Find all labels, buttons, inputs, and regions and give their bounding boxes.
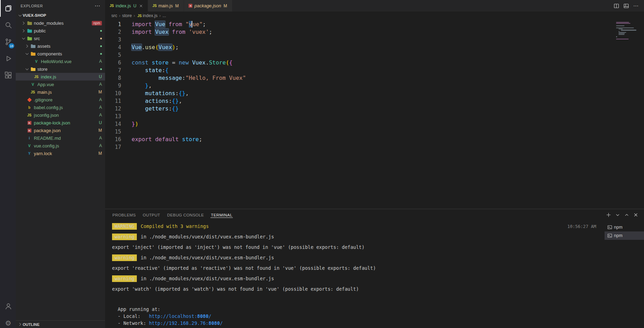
vue-file-icon: V [33, 59, 39, 64]
tab-main.js[interactable]: JSmain.jsM [148, 0, 184, 12]
editor-tabs: JSindex.jsUJSmain.jsMnpackage.jsonM [105, 0, 232, 12]
minimap[interactable] [616, 22, 639, 41]
code-line-3[interactable]: 3 [105, 36, 644, 44]
code-line-7[interactable]: 7 state:{ [105, 67, 644, 74]
code-line-12[interactable]: 12 getters:{} [105, 105, 644, 113]
tree-file-main.js[interactable]: JSmain.jsM [16, 88, 105, 96]
code-line-2[interactable]: 2import Vuex from 'vuex'; [105, 28, 644, 36]
warning-badge: WARNING [112, 223, 137, 230]
scm-changes-badge: 18 [9, 43, 14, 48]
panel-tab-output[interactable]: OUTPUT [142, 211, 161, 219]
tree-file-HelloWorld.vue[interactable]: VHelloWorld.vueA [16, 58, 105, 65]
account-icon[interactable] [0, 298, 16, 315]
tree-folder-node_modules[interactable]: node_modulesnpm [16, 19, 105, 27]
tree-file-App.vue[interactable]: VApp.vueA [16, 81, 105, 88]
customize-layout-icon[interactable] [622, 1, 631, 10]
code-line-14[interactable]: 14}) [105, 120, 644, 128]
file-name: components [37, 51, 62, 56]
code-line-9[interactable]: 9 }, [105, 82, 644, 90]
more-actions-icon[interactable]: ⋯ [631, 1, 641, 10]
code-line-17[interactable]: 17 [105, 143, 644, 151]
extensions-icon[interactable] [0, 67, 16, 84]
tree-folder-public[interactable]: public [16, 27, 105, 35]
close-icon[interactable] [138, 3, 144, 9]
tab-index.js[interactable]: JSindex.jsU [105, 0, 148, 12]
terminal-link[interactable]: / [220, 320, 223, 327]
breadcrumb-item-store[interactable]: store [122, 13, 132, 18]
code-line-13[interactable]: 13 [105, 113, 644, 120]
tree-file-README.md[interactable]: iREADME.mdA [16, 134, 105, 142]
tree-file-package-lock.json[interactable]: npackage-lock.jsonU [16, 119, 105, 127]
terminal-link[interactable]: 8080 [208, 320, 220, 327]
tree-file-yarn.lock[interactable]: Yyarn.lockM [16, 150, 105, 157]
code-lines[interactable]: 1import Vue from "vue";2import Vuex from… [105, 21, 644, 151]
code-line-6[interactable]: 6const store = new Vuex.Store({ [105, 59, 644, 67]
breadcrumb-item-src[interactable]: src [111, 13, 117, 18]
file-name: package.json [34, 128, 61, 133]
tree-folder-store[interactable]: store [16, 65, 105, 73]
code-editor[interactable]: 1import Vue from "vue";2import Vuex from… [105, 20, 644, 209]
terminal-line: - Network: http://192.168.29.76:8080/ [112, 320, 601, 327]
line-number: 11 [105, 98, 121, 104]
tree-folder-src[interactable]: src [16, 35, 105, 42]
terminal-link[interactable]: http://192.168.29.76: [149, 320, 209, 327]
explorer-icon[interactable] [0, 0, 16, 17]
git-status-letter: A [99, 97, 102, 102]
code-line-15[interactable]: 15 [105, 128, 644, 136]
terminal-instance-1[interactable]: npm [605, 223, 644, 231]
tab-label: main.js [158, 3, 173, 8]
source-control-icon[interactable]: 18 [0, 33, 16, 50]
code-line-4[interactable]: 4Vue.use(Vuex); [105, 44, 644, 51]
close-panel-icon[interactable] [631, 211, 640, 219]
code-line-16[interactable]: 16export default store; [105, 136, 644, 143]
code-line-11[interactable]: 11 actions:{}, [105, 97, 644, 105]
line-number: 17 [105, 144, 121, 150]
code-line-1[interactable]: 1import Vue from "vue"; [105, 21, 644, 28]
file-name: assets [37, 44, 51, 49]
tree-file-.gitignore[interactable]: .gitignoreA [16, 96, 105, 104]
launch-profile-dropdown-icon[interactable] [613, 211, 622, 219]
terminal-instance-2[interactable]: npm [605, 231, 644, 240]
tree-folder-components[interactable]: components [16, 50, 105, 58]
terminal-output[interactable]: WARNING Compiled with 3 warnings10:56:27… [105, 220, 605, 328]
breadcrumb-item-...[interactable]: ... [162, 13, 166, 18]
git-status-letter: M [98, 90, 102, 94]
tree-file-index.js[interactable]: JSindex.jsU [16, 73, 105, 81]
tree-file-babel.config.js[interactable]: bbabel.config.jsA [16, 104, 105, 111]
tab-label: package.json [194, 3, 221, 8]
code-line-10[interactable]: 10 mutations:{}, [105, 90, 644, 97]
file-name: vue.config.js [34, 143, 59, 148]
panel-tab-problems[interactable]: PROBLEMS [112, 211, 136, 219]
terminal-link[interactable]: 8080 [197, 313, 209, 320]
outline-section-header[interactable]: OUTLINE [16, 320, 105, 328]
folder-icon [30, 43, 36, 49]
tree-file-package.json[interactable]: npackage.jsonM [16, 127, 105, 134]
code-line-5[interactable]: 5 [105, 51, 644, 59]
settings-icon[interactable]: ⚙ [0, 315, 16, 328]
terminal-instances-list: npmnpm [605, 220, 644, 328]
project-section-header[interactable]: VUEX-SHOP [16, 12, 105, 19]
breadcrumb-label: index.js [143, 13, 157, 18]
yarn-file-icon: Y [26, 151, 32, 156]
code-line-8[interactable]: 8 message:"Hello, From Vuex" [105, 74, 644, 82]
panel-tab-debug-console[interactable]: DEBUG CONSOLE [167, 211, 205, 219]
tree-file-jsconfig.json[interactable]: JSjsconfig.jsonA [16, 111, 105, 119]
run-debug-icon[interactable] [0, 50, 16, 67]
tab-package.json[interactable]: npackage.jsonM [184, 0, 232, 12]
breadcrumb-label: ... [162, 13, 166, 18]
tree-file-vue.config.js[interactable]: Vvue.config.jsA [16, 142, 105, 150]
line-number: 3 [105, 37, 121, 43]
maximize-panel-icon[interactable] [622, 211, 631, 219]
panel-tab-terminal[interactable]: TERMINAL [210, 211, 232, 219]
search-icon[interactable] [0, 17, 16, 33]
new-terminal-icon[interactable] [604, 211, 613, 219]
js-file-icon: JS [30, 89, 36, 95]
split-editor-icon[interactable] [612, 1, 621, 10]
terminal-link[interactable]: / [208, 313, 211, 320]
tree-folder-assets[interactable]: assets [16, 42, 105, 50]
git-status-letter: A [99, 143, 102, 148]
file-name: README.md [34, 136, 61, 141]
breadcrumb-item-index.js[interactable]: JSindex.js [137, 13, 157, 18]
terminal-link[interactable]: http://localhost: [149, 313, 197, 320]
more-actions-icon[interactable]: ⋯ [95, 2, 100, 9]
